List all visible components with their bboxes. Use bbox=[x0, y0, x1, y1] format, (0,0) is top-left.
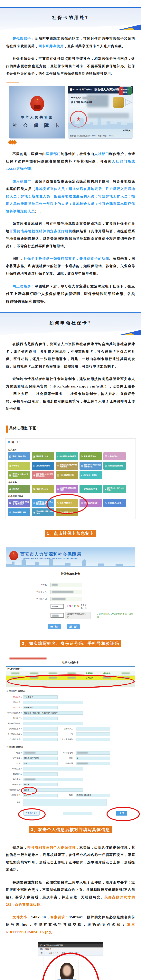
portal-tile[interactable]: ▤失业保险网上申领 bbox=[55, 471, 78, 479]
portal-tile[interactable]: ☰人事考试中心 bbox=[103, 452, 126, 460]
field-input[interactable] bbox=[23, 701, 83, 704]
portal-tile[interactable]: ▤异地就医网上备案 bbox=[79, 499, 102, 507]
refresh-button[interactable]: 刷 新 bbox=[67, 624, 80, 629]
menu-bar[interactable]: (T) 帮助(H) bbox=[38, 947, 103, 951]
field-input[interactable] bbox=[23, 727, 57, 730]
id-photo-thumbnail[interactable] bbox=[55, 960, 79, 980]
tile-label: 居民医保缴费查询 bbox=[36, 465, 49, 467]
portal-tile[interactable]: ✎异地就医网上修改 bbox=[103, 499, 126, 507]
portal-tile[interactable]: ▤2017年企业网上薪酬调查 bbox=[55, 485, 78, 493]
table-row[interactable]: 居民医保 bbox=[6, 676, 135, 680]
photo-blurred-face bbox=[63, 965, 71, 976]
field-input[interactable] bbox=[76, 762, 110, 765]
file-path-input[interactable] bbox=[63, 811, 92, 815]
tile-label: 职介中心 bbox=[12, 465, 19, 467]
red-circle-annotation bbox=[21, 787, 37, 795]
captcha-image[interactable]: JBLCH bbox=[67, 605, 79, 608]
field-input[interactable] bbox=[23, 722, 83, 725]
sms-code-input[interactable] bbox=[51, 613, 63, 617]
people-icon: ◉ bbox=[33, 511, 35, 514]
money-bag-icon: ¥ bbox=[105, 488, 106, 491]
portal-tile[interactable]: ✚定点医药机构申请 bbox=[79, 485, 102, 493]
phone-input[interactable] bbox=[51, 597, 82, 601]
name-field-label: **姓名： bbox=[35, 584, 49, 586]
verify-button[interactable]: 验 证 bbox=[48, 624, 61, 629]
step-banner-2: 2、如实填写姓名、身份证号码、手机号和验证码 bbox=[4, 638, 137, 649]
file-explorer-screenshot: (D:) ▶ 360安全浏览器下载 (T) 帮助(H) 享 ▼ 放映幻灯片 刻录… bbox=[38, 942, 103, 980]
form-field: 领卡联系人： bbox=[59, 727, 110, 730]
paragraph-after-login: 登录后，即可看到黄色的个人参保信息，双击后，出现具体的参保信息，其他信息一般自动… bbox=[6, 844, 135, 873]
portal-tile[interactable]: ✎就失业登记查询 bbox=[79, 452, 102, 460]
field-label: *民族： bbox=[6, 762, 22, 765]
field-input[interactable] bbox=[23, 778, 83, 781]
portal-tile[interactable]: ◉西安市就业创业培训管理信息系统 bbox=[32, 471, 54, 479]
form-title: 社保卡加急制卡 bbox=[6, 572, 135, 576]
portal-tile[interactable]: ✚异地就医网上查询 bbox=[55, 508, 78, 516]
field-input[interactable]: 女 bbox=[76, 757, 110, 760]
portal-tile[interactable]: ¥高校毕业生一次性创业补贴 bbox=[103, 485, 126, 493]
field-input[interactable]: 居民身份证(户口簿) bbox=[23, 757, 57, 760]
field-input[interactable]: 未央区 bbox=[23, 783, 57, 786]
field-input[interactable] bbox=[23, 732, 57, 736]
card-icon: ▣ bbox=[33, 455, 35, 458]
portal-tile[interactable]: ▣西安市D、E类人才认定系统 bbox=[8, 471, 30, 479]
form-field: 卡所在详细地址： bbox=[6, 722, 83, 725]
field-input[interactable]: 医疗保险-城镇居民 bbox=[76, 794, 110, 797]
field-input[interactable] bbox=[23, 767, 83, 770]
captcha-refresh-link[interactable]: 看不清 换一张 bbox=[81, 604, 87, 609]
portal-tile[interactable]: ⚙西安市军队转业干部安置管理系统 bbox=[79, 462, 102, 469]
field-input[interactable]: 汉族 bbox=[23, 762, 57, 765]
form-field: *家庭住址： bbox=[6, 767, 83, 770]
tile-label: 促进就业十条措施 bbox=[83, 474, 97, 476]
sms-countdown-button[interactable]: 请在89秒内输入验证码 bbox=[65, 612, 90, 619]
name-input[interactable] bbox=[51, 583, 82, 587]
address-bar[interactable]: (D:) ▶ 360安全浏览器下载 bbox=[38, 943, 103, 947]
id-number-input[interactable] bbox=[51, 590, 82, 594]
upload-button[interactable]: 上传 bbox=[116, 811, 127, 816]
toolbar-item-newfolder[interactable]: 新建文件夹 bbox=[69, 951, 79, 956]
field-input[interactable]: 未央区 bbox=[23, 794, 57, 797]
portal-tile[interactable]: ◉职介中心 bbox=[8, 462, 30, 469]
field-input[interactable] bbox=[23, 717, 57, 720]
field-label: *参保经办机构： bbox=[6, 789, 22, 791]
portal-tile[interactable]: ✎社保卡加急制卡 bbox=[55, 499, 78, 507]
portal-tile[interactable]: ▣医保卡网上挂失 bbox=[32, 452, 54, 460]
portal-tile[interactable]: ⚙异地就医网上注销 bbox=[8, 508, 30, 516]
field-input[interactable] bbox=[23, 751, 57, 755]
field-input[interactable] bbox=[76, 738, 110, 741]
field-input[interactable]: 西安市 bbox=[23, 788, 83, 792]
portal-tile[interactable]: ▤医保个人账户查询 bbox=[8, 452, 30, 460]
field-input[interactable] bbox=[76, 751, 110, 755]
paragraph-savings-card: 同时，社保卡本身还是一张银行储蓄卡，兼具储蓄卡的功能。长期来看，国家将逐步推广和… bbox=[6, 255, 135, 277]
toolbar-item-slideshow[interactable]: 放映幻灯片 bbox=[49, 951, 59, 956]
toolbar-item-share[interactable]: 享 ▼ bbox=[41, 951, 45, 956]
toolbar-item-burn[interactable]: 刻录 bbox=[62, 951, 66, 956]
captcha-input[interactable]: KDJFP bbox=[51, 604, 63, 609]
monitor-icon: ▣ bbox=[33, 488, 35, 491]
choose-file-button[interactable]: 点击选择文件 bbox=[24, 811, 40, 816]
portal-tile[interactable]: ▣西安市社会保障卡网上领卡查询和预约 bbox=[8, 499, 30, 507]
field-input[interactable] bbox=[76, 727, 110, 730]
portal-tile[interactable]: ◎西安市社会保障卡网上预约信息查询 bbox=[32, 499, 54, 507]
portal-tile[interactable]: ▣"四险"网上经办 bbox=[32, 485, 54, 493]
field-input[interactable]: 您的社保卡制卡失败，失败原因为：无照片。 bbox=[23, 711, 83, 714]
field-label: 制卡状态： bbox=[6, 706, 22, 709]
portal-tile[interactable]: ¥促进就业十条措施 bbox=[79, 471, 102, 479]
portal-tile[interactable]: ◎居民医保缴费查询 bbox=[32, 462, 54, 469]
person-icon: ◉ bbox=[9, 465, 11, 467]
portal-tile[interactable]: ◉大学生创业贷款系统 bbox=[103, 462, 126, 469]
field-input[interactable]: 个人未领卡 bbox=[23, 695, 57, 699]
portal-tile[interactable]: ◉异地就医定点医疗机构查询 bbox=[32, 508, 54, 516]
field-input[interactable]: 制卡未成功 bbox=[23, 706, 57, 710]
field-input[interactable] bbox=[76, 732, 110, 736]
field-label: 邮政编码： bbox=[6, 773, 22, 775]
portal-tile[interactable]: ✚新增定点医药机构申报结果查询 bbox=[55, 462, 78, 469]
field-input[interactable] bbox=[23, 772, 57, 776]
portal-tile[interactable]: ¥失业保险技能补贴申请 bbox=[55, 452, 78, 460]
card-photos: 中华人民共和国 社 会 保 障 卡 工 ICBC 中国工商银行 陕西省人力资源和… bbox=[9, 86, 141, 138]
field-input[interactable] bbox=[23, 738, 57, 741]
portal-section-label: 社会保障卡服务 bbox=[8, 495, 133, 498]
document-icon: ▤ bbox=[9, 455, 11, 458]
field-input[interactable] bbox=[23, 799, 106, 806]
portal-tile[interactable]: ◉机关养老 bbox=[8, 485, 30, 493]
